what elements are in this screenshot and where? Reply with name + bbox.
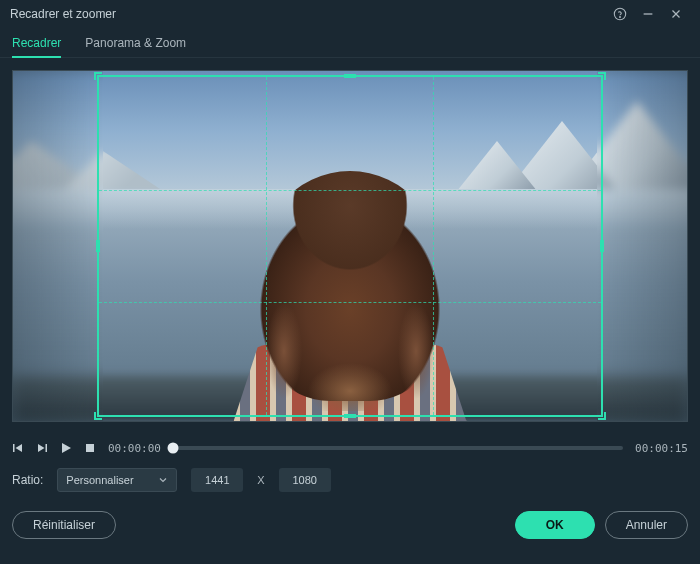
crop-handle-top[interactable] [344, 74, 356, 78]
crop-handle-bottom-right[interactable] [598, 412, 606, 420]
total-time: 00:00:15 [635, 442, 688, 455]
stop-button[interactable] [84, 442, 96, 454]
close-icon[interactable] [662, 0, 690, 28]
reset-button[interactable]: Réinitialiser [12, 511, 116, 539]
ratio-select[interactable]: Personnaliser [57, 468, 177, 492]
chevron-down-icon [158, 475, 168, 485]
crop-handle-bottom-left[interactable] [94, 412, 102, 420]
crop-handle-left[interactable] [96, 240, 100, 252]
minimize-icon[interactable] [634, 0, 662, 28]
help-icon[interactable] [606, 0, 634, 28]
window-title: Recadrer et zoomer [10, 7, 116, 21]
crop-handle-top-right[interactable] [598, 72, 606, 80]
step-forward-button[interactable] [36, 442, 48, 454]
titlebar: Recadrer et zoomer [0, 0, 700, 28]
tabs: Recadrer Panorama & Zoom [0, 28, 700, 58]
svg-marker-7 [38, 444, 45, 452]
ratio-label: Ratio: [12, 473, 43, 487]
svg-marker-9 [62, 443, 71, 453]
svg-point-1 [620, 17, 621, 18]
cancel-button[interactable]: Annuler [605, 511, 688, 539]
timeline-scrubber[interactable] [173, 446, 623, 450]
timeline-thumb[interactable] [167, 443, 178, 454]
video-preview[interactable] [12, 70, 688, 422]
ratio-row: Ratio: Personnaliser X [0, 462, 700, 498]
tab-panorama-zoom[interactable]: Panorama & Zoom [85, 28, 186, 57]
svg-rect-8 [46, 444, 48, 452]
crop-handle-right[interactable] [600, 240, 604, 252]
svg-rect-10 [86, 444, 94, 452]
height-input[interactable] [279, 468, 331, 492]
svg-marker-6 [16, 444, 23, 452]
footer: Réinitialiser OK Annuler [0, 498, 700, 552]
crop-handle-bottom[interactable] [344, 414, 356, 418]
step-back-button[interactable] [12, 442, 24, 454]
ok-button[interactable]: OK [515, 511, 595, 539]
current-time: 00:00:00 [108, 442, 161, 455]
play-button[interactable] [60, 442, 72, 454]
svg-rect-5 [13, 444, 15, 452]
width-input[interactable] [191, 468, 243, 492]
ratio-selected-value: Personnaliser [66, 474, 133, 486]
dimension-separator: X [257, 474, 264, 486]
crop-frame[interactable] [97, 75, 603, 417]
tab-crop[interactable]: Recadrer [12, 28, 61, 57]
crop-handle-top-left[interactable] [94, 72, 102, 80]
playback-controls: 00:00:00 00:00:15 [0, 434, 700, 462]
